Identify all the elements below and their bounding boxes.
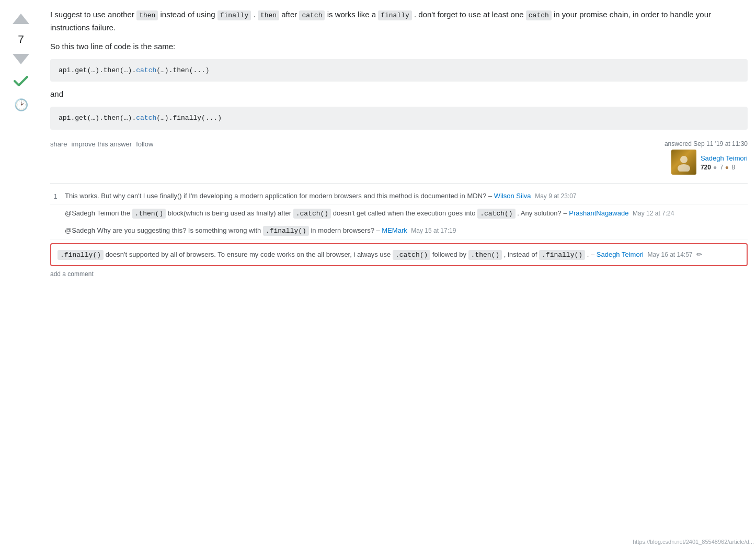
answered-label: answered Sep 11 '19 at 11:30 (665, 140, 748, 147)
text-and: and (50, 88, 748, 100)
inline-catch-2: catch (526, 10, 552, 20)
comment-4-mid2: , instead of (504, 250, 539, 258)
comment-4-code-pre: .finally() (58, 250, 104, 260)
text-dot1: . (254, 10, 258, 19)
silver-count: 7 (720, 164, 724, 171)
text-intro: I suggest to use another (50, 10, 136, 19)
comment-1-content: This works. But why can't I use finally(… (65, 191, 748, 201)
user-card: Sadegh Teimori 720 7 8 (671, 150, 748, 175)
inline-then-1: then (136, 10, 158, 20)
comment-4-content: .finally() doesn't supported by all of b… (58, 249, 740, 260)
vote-column: 7 🕑 (0, 8, 42, 278)
comment-4-pre: doesn't supported by all of browsers. To… (106, 250, 393, 258)
code2-rest: (…).finally(...) (156, 114, 222, 122)
comment-3-mid1: in modern browsers? – (311, 226, 382, 234)
code-block-1: api.get(…).then(…).catch(…).then(...) (50, 59, 748, 82)
code1-api: api.get(…).then(…). (59, 66, 136, 74)
code-block-2: api.get(…).then(…).catch(…).finally(...) (50, 107, 748, 130)
comment-3: @Sadegh Why are you suggesting this? Is … (50, 222, 748, 240)
comment-4-mid3: . – (587, 250, 597, 258)
comment-2-code2: .catch() (293, 209, 331, 219)
user-name-link[interactable]: Sadegh Teimori (701, 154, 748, 162)
comment-3-code1: .finally() (263, 226, 309, 236)
comment-2-date: May 12 at 7:24 (633, 210, 674, 217)
answer-footer: share improve this answer follow answere… (50, 138, 748, 175)
answer-meta: answered Sep 11 '19 at 11:30 Sadegh Teim… (665, 140, 748, 175)
answer-text: I suggest to use another then instead of… (50, 8, 748, 34)
code2-api: api.get(…).then(…). (59, 114, 136, 122)
upvote-icon (12, 10, 30, 29)
avatar-svg (674, 153, 693, 172)
follow-link[interactable]: follow (136, 140, 153, 148)
silver-badge (713, 164, 718, 171)
bronze-badge (725, 164, 730, 171)
comment-2-pre: @Sadegh Teimori the (65, 209, 132, 217)
comment-3-date: May 15 at 17:19 (411, 227, 456, 234)
comment-4-code1: .catch() (393, 250, 430, 260)
code1-rest: (…).then(...) (156, 66, 209, 74)
comment-2-mid3: . Any solution? – (517, 209, 569, 217)
svg-point-0 (680, 156, 688, 163)
comment-2-content: @Sadegh Teimori the .then() block(which … (65, 208, 748, 219)
bronze-count: 8 (731, 164, 735, 171)
downvote-icon (12, 49, 30, 67)
checkmark-icon (12, 72, 30, 90)
comment-2-mid2: doesn't get called when the execution go… (333, 209, 477, 217)
text-same: So this two line of code is the same: (50, 40, 748, 53)
text-dontforget: . don't forget to use at least one (414, 10, 526, 19)
history-icon[interactable]: 🕑 (14, 98, 28, 112)
comment-2-mid1: block(which is being used as finally) af… (168, 209, 293, 217)
inline-catch-1: catch (299, 10, 325, 20)
inline-then-2: then (258, 10, 279, 20)
comment-1-date: May 9 at 23:07 (535, 192, 576, 200)
code1-catch: catch (136, 66, 156, 74)
inline-finally-1: finally (217, 10, 251, 20)
comment-4-author[interactable]: Sadegh Teimori (597, 250, 644, 258)
comment-1: 1 This works. But why can't I use finall… (50, 188, 748, 205)
user-badges: 7 8 (713, 164, 735, 171)
comment-3-content: @Sadegh Why are you suggesting this? Is … (65, 225, 748, 236)
share-link[interactable]: share (50, 140, 67, 148)
user-rep-badges: 720 7 8 (701, 162, 748, 171)
comment-3-author[interactable]: MEMark (382, 226, 407, 234)
text-after: after (281, 10, 299, 19)
answer-body: I suggest to use another then instead of… (42, 8, 756, 278)
comment-1-text: This works. But why can't I use finally(… (65, 192, 494, 200)
inline-finally-2: finally (378, 10, 412, 20)
user-avatar (671, 150, 696, 175)
comment-3-vote[interactable] (50, 225, 61, 226)
comment-4-mid1: followed by (432, 250, 468, 258)
code2-catch: catch (136, 114, 156, 122)
downvote-button[interactable] (12, 49, 30, 67)
vote-count: 7 (18, 31, 24, 47)
edit-icon[interactable]: ✏ (696, 250, 702, 258)
comment-4-date: May 16 at 14:57 (647, 251, 692, 258)
comment-3-pre: @Sadegh Why are you suggesting this? Is … (65, 226, 263, 234)
comment-1-vote[interactable]: 1 (50, 191, 61, 201)
improve-answer-link[interactable]: improve this answer (72, 140, 132, 148)
comment-2: @Sadegh Teimori the .then() block(which … (50, 205, 748, 223)
answer-section: 7 🕑 I suggest to use another then (0, 0, 756, 286)
page-wrapper: 7 🕑 I suggest to use another then (0, 0, 756, 286)
svg-point-1 (678, 164, 690, 172)
add-comment-link[interactable]: add a comment (50, 270, 748, 278)
comment-2-code1: .then() (132, 209, 166, 219)
comment-4-code3: .finally() (539, 250, 585, 260)
comment-2-vote[interactable] (50, 208, 61, 209)
upvote-button[interactable] (12, 10, 30, 29)
comment-4-code2: .then() (468, 250, 502, 260)
text-works: is works like a (327, 10, 379, 19)
comment-4-highlighted: .finally() doesn't supported by all of b… (50, 243, 748, 267)
answer-links: share improve this answer follow (50, 140, 153, 148)
accepted-answer-icon (12, 72, 30, 92)
comments-section: 1 This works. But why can't I use finall… (50, 183, 748, 278)
comment-2-author[interactable]: PrashantNagawade (569, 209, 628, 217)
user-rep: 720 (701, 164, 711, 171)
comment-1-author[interactable]: Wilson Silva (494, 192, 531, 200)
comment-2-code3: .catch() (477, 209, 515, 219)
user-info: Sadegh Teimori 720 7 8 (701, 153, 748, 171)
text-instead: instead of using (161, 10, 217, 19)
